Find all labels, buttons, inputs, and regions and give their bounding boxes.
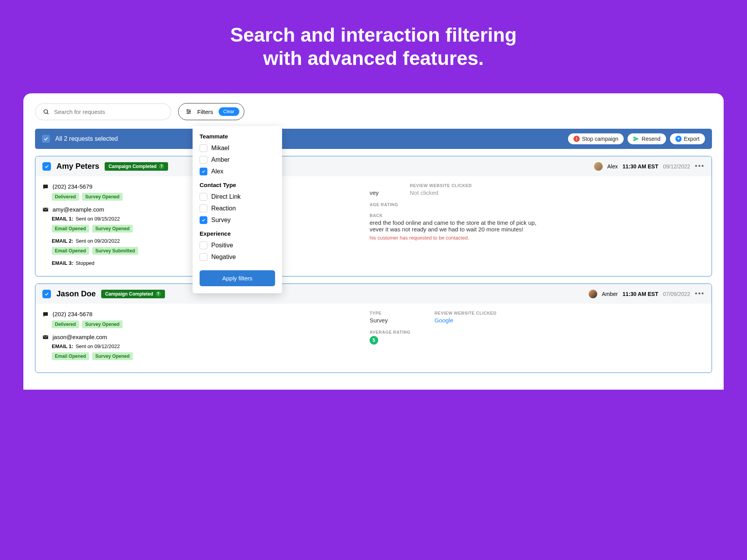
filter-option[interactable]: Reaction — [200, 205, 275, 212]
customer-name: Amy Peters — [56, 162, 99, 171]
card-time: 11:30 AM EST — [622, 291, 658, 297]
selection-banner: All 2 requests selected ! Stop campaign … — [35, 129, 712, 149]
card-more-button[interactable]: ••• — [695, 290, 705, 298]
svg-point-5 — [187, 110, 188, 111]
resend-button[interactable]: Resend — [628, 133, 666, 144]
select-all-checkbox[interactable] — [42, 135, 50, 143]
svg-point-7 — [188, 113, 189, 114]
svg-point-0 — [44, 110, 47, 113]
filter-group-title: Contact Type — [200, 182, 275, 188]
card-more-button[interactable]: ••• — [695, 162, 705, 170]
phone-number: (202) 234-5679 — [53, 183, 93, 190]
filter-option[interactable]: Positive — [200, 242, 275, 249]
help-icon[interactable]: ? — [156, 291, 161, 297]
campaign-status-badge: Campaign Completed? — [105, 162, 168, 171]
checkbox-icon — [200, 168, 207, 175]
email-icon — [42, 206, 49, 213]
status-tag: Survey Opened — [82, 320, 123, 328]
email-address: jason@example.com — [53, 334, 107, 340]
status-tag: Email Opened — [52, 225, 89, 233]
help-icon[interactable]: ? — [159, 164, 164, 169]
phone-number: (202) 234-5678 — [53, 311, 93, 317]
checkbox-icon — [200, 216, 207, 224]
card-checkbox[interactable] — [42, 162, 51, 171]
review-link[interactable]: Google — [435, 317, 497, 324]
agent-avatar — [594, 162, 603, 171]
request-card: Amy Peters Campaign Completed? Alex 11:3… — [35, 156, 712, 276]
field-label: REVIEW WEBSITE CLICKED — [435, 311, 497, 315]
status-tag: Delivered — [52, 320, 79, 328]
campaign-status-badge: Campaign Completed? — [101, 290, 165, 298]
filter-group-title: Experience — [200, 230, 275, 237]
field-label: TYPE — [370, 311, 388, 315]
field-label: AGE RATING — [370, 202, 705, 207]
status-tag: Survey Submitted — [92, 247, 138, 255]
clear-filters-chip[interactable]: Clear — [219, 107, 239, 116]
svg-rect-9 — [43, 312, 48, 315]
status-tag: Survey Opened — [82, 193, 123, 201]
app-window: Filters Clear All 2 requests selected ! … — [23, 93, 724, 390]
email-icon — [42, 334, 49, 340]
filter-option[interactable]: Survey — [200, 216, 275, 224]
svg-point-6 — [189, 111, 190, 112]
checkbox-icon — [200, 156, 207, 164]
email-log-row: EMAIL 1:Sent on 09/12/2022 — [52, 343, 360, 349]
card-time: 11:30 AM EST — [622, 163, 658, 170]
status-tag: Survey Opened — [92, 352, 133, 360]
checkbox-icon — [200, 242, 207, 249]
search-input[interactable] — [54, 108, 163, 115]
search-input-wrapper[interactable] — [35, 103, 171, 120]
filter-option[interactable]: Direct Link — [200, 193, 275, 201]
checkbox-icon — [200, 193, 207, 201]
status-tag: Email Opened — [52, 247, 89, 255]
rating-badge: 5 — [370, 336, 378, 345]
agent-name: Amber — [602, 291, 618, 297]
filters-label: Filters — [197, 108, 213, 115]
svg-line-1 — [47, 113, 48, 114]
filter-option[interactable]: Negative — [200, 253, 275, 261]
filter-option[interactable]: Mikael — [200, 144, 275, 152]
field-label — [370, 183, 379, 188]
sms-icon — [42, 184, 49, 190]
status-tag: Delivered — [52, 193, 79, 201]
review-value: Not clicked — [410, 189, 472, 196]
request-card: Jason Doe Campaign Completed? Amber 11:3… — [35, 284, 712, 373]
stop-campaign-button[interactable]: ! Stop campaign — [568, 133, 624, 144]
checkbox-icon — [200, 205, 207, 212]
type-value: Survey — [370, 317, 388, 324]
svg-rect-8 — [43, 184, 48, 188]
filter-group-title: Teammate — [200, 133, 275, 140]
apply-filters-button[interactable]: Apply filters — [200, 270, 275, 286]
field-label: BACK — [370, 213, 705, 218]
export-button[interactable]: Export — [670, 133, 705, 144]
customer-name: Jason Doe — [56, 289, 96, 298]
filter-option[interactable]: Amber — [200, 156, 275, 164]
hero-heading: Search and interaction filtering with ad… — [0, 23, 747, 70]
search-icon — [43, 108, 49, 115]
card-checkbox[interactable] — [42, 290, 51, 298]
stop-icon: ! — [573, 136, 580, 142]
field-label: REVIEW WEBSITE CLICKED — [410, 183, 472, 188]
agent-name: Alex — [607, 163, 618, 170]
email-address: amy@example.com — [53, 206, 104, 213]
agent-avatar — [589, 290, 597, 298]
type-value: vey — [370, 189, 379, 196]
field-label: AVERAGE RATING — [370, 330, 705, 334]
contact-warning: his customer has requested to be contact… — [370, 235, 705, 241]
filter-option[interactable]: Alex — [200, 168, 275, 175]
status-tag: Survey Opened — [92, 225, 133, 233]
sms-icon — [42, 311, 49, 317]
checkbox-icon — [200, 144, 207, 152]
card-date: 07/09/2022 — [663, 291, 690, 297]
filters-button[interactable]: Filters Clear — [178, 103, 244, 120]
feedback-text: ered the food online and came to the sto… — [370, 219, 705, 233]
status-tag: Email Opened — [52, 352, 89, 360]
send-icon — [633, 136, 639, 142]
card-date: 09/12/2022 — [663, 163, 690, 170]
selection-text: All 2 requests selected — [55, 135, 118, 142]
checkbox-icon — [200, 253, 207, 261]
sliders-icon — [186, 108, 192, 115]
filter-popup: Teammate Mikael Amber Alex Contact Type … — [193, 126, 282, 293]
upload-icon — [675, 136, 682, 142]
